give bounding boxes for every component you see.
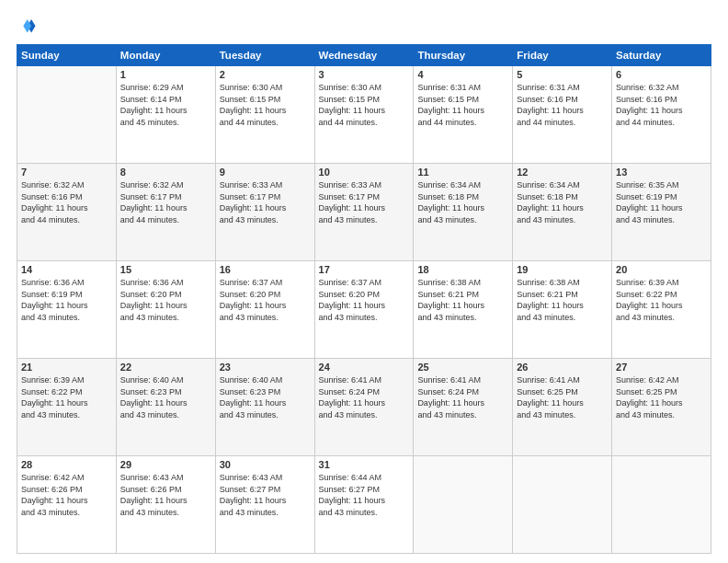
cell-text: Sunrise: 6:41 AM Sunset: 6:24 PM Dayligh… — [417, 374, 508, 420]
calendar-cell: 30Sunrise: 6:43 AM Sunset: 6:27 PM Dayli… — [215, 456, 314, 554]
cell-text: Sunrise: 6:30 AM Sunset: 6:15 PM Dayligh… — [319, 82, 410, 128]
calendar-cell: 31Sunrise: 6:44 AM Sunset: 6:27 PM Dayli… — [314, 456, 414, 554]
cell-text: Sunrise: 6:35 AM Sunset: 6:19 PM Dayligh… — [616, 179, 707, 225]
calendar-cell: 20Sunrise: 6:39 AM Sunset: 6:22 PM Dayli… — [612, 261, 711, 359]
calendar-page: SundayMondayTuesdayWednesdayThursdayFrid… — [0, 0, 728, 563]
cell-text: Sunrise: 6:41 AM Sunset: 6:25 PM Dayligh… — [517, 374, 608, 420]
calendar-cell: 1Sunrise: 6:29 AM Sunset: 6:14 PM Daylig… — [116, 66, 215, 164]
calendar-cell: 4Sunrise: 6:31 AM Sunset: 6:15 PM Daylig… — [414, 66, 513, 164]
calendar-cell: 8Sunrise: 6:32 AM Sunset: 6:17 PM Daylig… — [116, 164, 215, 261]
day-number: 6 — [616, 69, 707, 80]
calendar-cell: 16Sunrise: 6:37 AM Sunset: 6:20 PM Dayli… — [215, 261, 314, 359]
day-number: 3 — [319, 69, 410, 80]
day-number: 1 — [120, 69, 211, 80]
day-number: 10 — [319, 167, 410, 178]
calendar-week-row: 14Sunrise: 6:36 AM Sunset: 6:19 PM Dayli… — [17, 261, 711, 359]
day-number: 21 — [21, 362, 112, 373]
weekday-header-tuesday: Tuesday — [215, 45, 314, 66]
day-number: 25 — [417, 362, 508, 373]
calendar-cell: 22Sunrise: 6:40 AM Sunset: 6:23 PM Dayli… — [116, 359, 215, 456]
weekday-header-thursday: Thursday — [414, 45, 513, 66]
cell-text: Sunrise: 6:43 AM Sunset: 6:26 PM Dayligh… — [120, 472, 211, 518]
day-number: 23 — [220, 362, 311, 373]
calendar-cell: 15Sunrise: 6:36 AM Sunset: 6:20 PM Dayli… — [116, 261, 215, 359]
cell-text: Sunrise: 6:32 AM Sunset: 6:17 PM Dayligh… — [120, 179, 211, 225]
cell-text: Sunrise: 6:40 AM Sunset: 6:23 PM Dayligh… — [220, 374, 311, 420]
logo — [17, 17, 40, 37]
cell-text: Sunrise: 6:33 AM Sunset: 6:17 PM Dayligh… — [220, 179, 311, 225]
day-number: 24 — [319, 362, 410, 373]
cell-text: Sunrise: 6:44 AM Sunset: 6:27 PM Dayligh… — [319, 472, 410, 518]
calendar-cell: 13Sunrise: 6:35 AM Sunset: 6:19 PM Dayli… — [612, 164, 711, 261]
day-number: 12 — [517, 167, 608, 178]
cell-text: Sunrise: 6:31 AM Sunset: 6:16 PM Dayligh… — [517, 82, 608, 128]
calendar-cell: 12Sunrise: 6:34 AM Sunset: 6:18 PM Dayli… — [513, 164, 612, 261]
weekday-header-monday: Monday — [116, 45, 215, 66]
cell-text: Sunrise: 6:42 AM Sunset: 6:26 PM Dayligh… — [21, 472, 112, 518]
cell-text: Sunrise: 6:39 AM Sunset: 6:22 PM Dayligh… — [616, 277, 707, 323]
svg-marker-1 — [23, 19, 31, 33]
weekday-header-sunday: Sunday — [17, 45, 117, 66]
calendar-cell: 3Sunrise: 6:30 AM Sunset: 6:15 PM Daylig… — [314, 66, 414, 164]
header — [17, 17, 711, 37]
calendar-cell — [513, 456, 612, 554]
cell-text: Sunrise: 6:43 AM Sunset: 6:27 PM Dayligh… — [220, 472, 311, 518]
day-number: 9 — [220, 167, 311, 178]
calendar-week-row: 21Sunrise: 6:39 AM Sunset: 6:22 PM Dayli… — [17, 359, 711, 456]
cell-text: Sunrise: 6:34 AM Sunset: 6:18 PM Dayligh… — [517, 179, 608, 225]
day-number: 29 — [120, 459, 211, 470]
day-number: 4 — [417, 69, 508, 80]
day-number: 2 — [220, 69, 311, 80]
calendar-cell: 25Sunrise: 6:41 AM Sunset: 6:24 PM Dayli… — [414, 359, 513, 456]
cell-text: Sunrise: 6:38 AM Sunset: 6:21 PM Dayligh… — [517, 277, 608, 323]
day-number: 19 — [517, 264, 608, 275]
day-number: 5 — [517, 69, 608, 80]
calendar-cell — [612, 456, 711, 554]
day-number: 18 — [417, 264, 508, 275]
cell-text: Sunrise: 6:31 AM Sunset: 6:15 PM Dayligh… — [417, 82, 508, 128]
calendar-cell: 28Sunrise: 6:42 AM Sunset: 6:26 PM Dayli… — [17, 456, 117, 554]
cell-text: Sunrise: 6:32 AM Sunset: 6:16 PM Dayligh… — [21, 179, 112, 225]
calendar-cell: 17Sunrise: 6:37 AM Sunset: 6:20 PM Dayli… — [314, 261, 414, 359]
weekday-header-wednesday: Wednesday — [314, 45, 414, 66]
cell-text: Sunrise: 6:32 AM Sunset: 6:16 PM Dayligh… — [616, 82, 707, 128]
day-number: 30 — [220, 459, 311, 470]
calendar-cell: 26Sunrise: 6:41 AM Sunset: 6:25 PM Dayli… — [513, 359, 612, 456]
day-number: 15 — [120, 264, 211, 275]
calendar-cell: 23Sunrise: 6:40 AM Sunset: 6:23 PM Dayli… — [215, 359, 314, 456]
calendar-cell: 18Sunrise: 6:38 AM Sunset: 6:21 PM Dayli… — [414, 261, 513, 359]
calendar-cell: 14Sunrise: 6:36 AM Sunset: 6:19 PM Dayli… — [17, 261, 117, 359]
day-number: 28 — [21, 459, 112, 470]
calendar-cell: 24Sunrise: 6:41 AM Sunset: 6:24 PM Dayli… — [314, 359, 414, 456]
calendar-cell: 10Sunrise: 6:33 AM Sunset: 6:17 PM Dayli… — [314, 164, 414, 261]
cell-text: Sunrise: 6:36 AM Sunset: 6:20 PM Dayligh… — [120, 277, 211, 323]
calendar-cell: 2Sunrise: 6:30 AM Sunset: 6:15 PM Daylig… — [215, 66, 314, 164]
day-number: 17 — [319, 264, 410, 275]
cell-text: Sunrise: 6:30 AM Sunset: 6:15 PM Dayligh… — [220, 82, 311, 128]
day-number: 20 — [616, 264, 707, 275]
calendar-cell: 6Sunrise: 6:32 AM Sunset: 6:16 PM Daylig… — [612, 66, 711, 164]
cell-text: Sunrise: 6:41 AM Sunset: 6:24 PM Dayligh… — [319, 374, 410, 420]
cell-text: Sunrise: 6:36 AM Sunset: 6:19 PM Dayligh… — [21, 277, 112, 323]
calendar-week-row: 28Sunrise: 6:42 AM Sunset: 6:26 PM Dayli… — [17, 456, 711, 554]
cell-text: Sunrise: 6:37 AM Sunset: 6:20 PM Dayligh… — [220, 277, 311, 323]
calendar-cell: 19Sunrise: 6:38 AM Sunset: 6:21 PM Dayli… — [513, 261, 612, 359]
calendar-cell: 5Sunrise: 6:31 AM Sunset: 6:16 PM Daylig… — [513, 66, 612, 164]
day-number: 27 — [616, 362, 707, 373]
day-number: 16 — [220, 264, 311, 275]
cell-text: Sunrise: 6:38 AM Sunset: 6:21 PM Dayligh… — [417, 277, 508, 323]
calendar-cell: 29Sunrise: 6:43 AM Sunset: 6:26 PM Dayli… — [116, 456, 215, 554]
day-number: 7 — [21, 167, 112, 178]
calendar-cell — [414, 456, 513, 554]
cell-text: Sunrise: 6:40 AM Sunset: 6:23 PM Dayligh… — [120, 374, 211, 420]
weekday-header-saturday: Saturday — [612, 45, 711, 66]
cell-text: Sunrise: 6:37 AM Sunset: 6:20 PM Dayligh… — [319, 277, 410, 323]
calendar-cell — [17, 66, 117, 164]
calendar-cell: 21Sunrise: 6:39 AM Sunset: 6:22 PM Dayli… — [17, 359, 117, 456]
cell-text: Sunrise: 6:29 AM Sunset: 6:14 PM Dayligh… — [120, 82, 211, 128]
calendar-cell: 9Sunrise: 6:33 AM Sunset: 6:17 PM Daylig… — [215, 164, 314, 261]
day-number: 13 — [616, 167, 707, 178]
day-number: 8 — [120, 167, 211, 178]
day-number: 11 — [417, 167, 508, 178]
calendar-table: SundayMondayTuesdayWednesdayThursdayFrid… — [17, 44, 711, 554]
